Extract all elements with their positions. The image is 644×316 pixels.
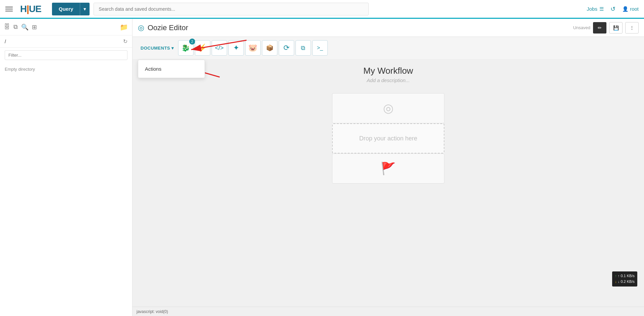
- copy2-icon: ⧉: [301, 45, 305, 52]
- workflow-icon-copy[interactable]: ⧉: [296, 40, 311, 56]
- workflow-end-node: 🚩: [332, 153, 444, 184]
- pig-icon: 🐷: [248, 44, 257, 52]
- folder-icon[interactable]: 📁: [120, 23, 128, 31]
- oozie-icon: ◎: [138, 23, 144, 32]
- user-label: root: [630, 6, 639, 12]
- network-upload: ↑ ↑ 0.1 KB/s: [615, 273, 635, 279]
- user-link[interactable]: 👤 root: [622, 6, 639, 12]
- workflow-icon-pig[interactable]: 🐷: [245, 40, 261, 56]
- loop-icon: ⟳: [283, 44, 289, 52]
- start-node-icon: ◎: [383, 101, 393, 115]
- edit-button[interactable]: ✏: [593, 22, 606, 34]
- drop-zone-label: Drop your action here: [359, 135, 417, 142]
- sidebar-toolbar: 🗄 ⧉ 🔍 ⊞ 📁: [0, 19, 132, 36]
- query-dropdown-button[interactable]: ▾: [80, 3, 90, 15]
- workflow-icon-spark[interactable]: ⚡: [195, 40, 210, 56]
- editor-header: ◎ Oozie Editor Unsaved ✏ 💾 ⋮: [132, 19, 644, 37]
- editor-title: Oozie Editor: [148, 23, 188, 32]
- sidebar: 🗄 ⧉ 🔍 ⊞ 📁 / ↻ Empty directory: [0, 19, 132, 316]
- editor-title-area: ◎ Oozie Editor: [138, 23, 570, 32]
- documents-label: DOCUMENTS: [141, 46, 170, 51]
- topbar-right: Jobs ☰ ↺ 👤 root: [587, 5, 639, 13]
- documents-dropdown-arrow: ▾: [171, 46, 174, 51]
- hamburger-menu[interactable]: [5, 7, 13, 11]
- unsaved-label: Unsaved: [573, 25, 590, 30]
- user-icon: 👤: [622, 6, 629, 12]
- grid-icon[interactable]: ⊞: [32, 23, 37, 31]
- code-icon: </>: [215, 45, 224, 52]
- sidebar-path-refresh-icon[interactable]: ↻: [123, 38, 127, 45]
- save-button[interactable]: 💾: [609, 22, 623, 34]
- workflow-icon-package[interactable]: 📦: [262, 40, 277, 56]
- terminal-icon: >_: [317, 45, 323, 51]
- badge-count: 2: [189, 39, 195, 45]
- copy-icon[interactable]: ⧉: [13, 23, 18, 30]
- logo-text: H|UE: [20, 4, 41, 14]
- main-layout: 🗄 ⧉ 🔍 ⊞ 📁 / ↻ Empty directory ◎ Oozie Ed…: [0, 19, 644, 316]
- status-bar: javascript: void(0): [132, 307, 644, 316]
- query-btn-group: Query ▾: [52, 3, 90, 15]
- dragon-icon: 🐉: [181, 44, 190, 52]
- workflow-title: My Workflow: [363, 66, 413, 76]
- actions-menu-item[interactable]: Actions: [138, 62, 205, 76]
- refresh-icon[interactable]: ↺: [610, 5, 615, 13]
- content-area: ◎ Oozie Editor Unsaved ✏ 💾 ⋮ DOCUMENTS ▾…: [132, 19, 644, 316]
- package-icon: 📦: [266, 44, 273, 52]
- jobs-list-icon: ☰: [599, 6, 604, 12]
- query-button[interactable]: Query: [52, 3, 80, 15]
- documents-dropdown-menu: Actions: [138, 60, 205, 78]
- editor-actions: Unsaved ✏ 💾 ⋮: [573, 22, 639, 34]
- end-node-icon: 🚩: [381, 162, 396, 176]
- documents-dropdown-button[interactable]: DOCUMENTS ▾: [138, 44, 177, 53]
- workflow-icon-code[interactable]: </>: [212, 40, 227, 56]
- workflow-icon-star[interactable]: ✦: [228, 40, 244, 56]
- workflow-icon-terminal[interactable]: >_: [312, 40, 328, 56]
- sidebar-empty-label: Empty directory: [0, 63, 132, 76]
- status-text: javascript: void(0): [137, 309, 168, 314]
- search-input[interactable]: [94, 3, 369, 15]
- network-badge: ↑ ↑ 0.1 KB/s ↓ ↓ 0.2 KB/s: [612, 271, 637, 287]
- sidebar-path: /: [5, 39, 6, 44]
- jobs-label: Jobs: [587, 6, 597, 12]
- network-download: ↓ ↓ 0.2 KB/s: [615, 279, 635, 285]
- logo: H|UE: [20, 4, 41, 14]
- workflow-drop-zone[interactable]: Drop your action here: [332, 123, 444, 153]
- workflow-icon-loop[interactable]: ⟳: [279, 40, 294, 56]
- workflow-icon-dragon[interactable]: 🐉 2: [178, 40, 194, 56]
- zoom-icon[interactable]: 🔍: [21, 23, 29, 31]
- workflow-canvas: My Workflow Add a description... ◎ Drop …: [132, 59, 644, 307]
- db-icon[interactable]: 🗄: [4, 23, 10, 30]
- more-options-button[interactable]: ⋮: [625, 22, 639, 34]
- sidebar-file-toolbar: / ↻: [0, 36, 132, 48]
- spark-icon: ⚡: [198, 44, 207, 52]
- jobs-link[interactable]: Jobs ☰: [587, 6, 604, 12]
- star-icon: ✦: [233, 44, 239, 52]
- topbar: H|UE Query ▾ Jobs ☰ ↺ 👤 root: [0, 0, 644, 19]
- sidebar-filter-input[interactable]: [5, 50, 127, 60]
- workflow-description: Add a description...: [367, 77, 410, 83]
- workflow-toolbar: DOCUMENTS ▾ 🐉 2 ⚡ </> ✦ 🐷 📦: [132, 37, 644, 59]
- workflow-start-node: ◎: [332, 93, 444, 123]
